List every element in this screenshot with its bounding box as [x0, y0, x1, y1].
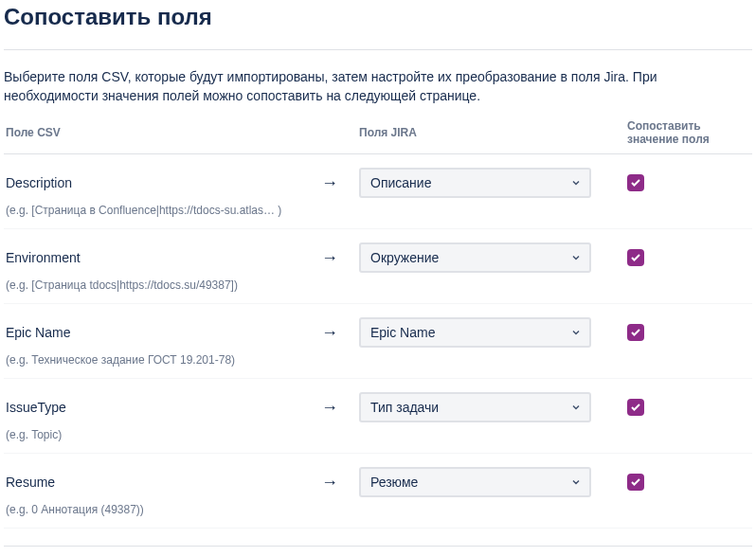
- chevron-down-icon: [570, 252, 582, 263]
- arrow-icon: →: [321, 399, 338, 416]
- divider: [4, 49, 752, 50]
- csv-field-example: (e.g. [Страница tdocs|https://tdocs.su/4…: [6, 278, 309, 292]
- header-map: Сопоставить значение поля: [591, 119, 752, 146]
- arrow-icon: →: [321, 474, 338, 491]
- arrow-icon: →: [321, 249, 338, 266]
- map-value-checkbox[interactable]: [627, 324, 644, 341]
- chevron-down-icon: [570, 402, 582, 413]
- jira-field-value: Описание: [370, 175, 431, 190]
- csv-field-name: IssueType: [6, 400, 321, 415]
- chevron-down-icon: [570, 177, 582, 188]
- map-value-checkbox[interactable]: [627, 474, 644, 491]
- table-row: Environment → Окружение (e.g. [Страница …: [4, 229, 752, 304]
- table-row: Epic Name → Epic Name (e.g. Техническое …: [4, 304, 752, 379]
- jira-field-value: Тип задачи: [370, 400, 439, 415]
- header-csv: Поле CSV: [4, 126, 321, 139]
- arrow-icon: →: [321, 324, 338, 341]
- csv-field-example: (e.g. Topic): [6, 428, 309, 441]
- page-title: Сопоставить поля: [4, 4, 752, 30]
- table-row: Resume → Резюме (e.g. 0 Аннотация (49387…: [4, 454, 752, 529]
- intro-text: Выберите поля CSV, которые будут импорти…: [4, 67, 752, 106]
- arrow-icon: →: [321, 174, 338, 191]
- jira-field-select[interactable]: Тип задачи: [359, 392, 591, 422]
- table-row: Description → Описание (e.g. [Страница в…: [4, 154, 752, 229]
- csv-field-name: Epic Name: [6, 325, 321, 340]
- chevron-down-icon: [570, 476, 582, 488]
- csv-field-name: Environment: [6, 250, 321, 265]
- jira-field-value: Окружение: [370, 250, 439, 265]
- jira-field-value: Epic Name: [370, 325, 435, 340]
- table-header: Поле CSV Поля JIRA Сопоставить значение …: [4, 119, 752, 154]
- jira-field-select[interactable]: Epic Name: [359, 317, 591, 348]
- csv-field-name: Resume: [6, 475, 321, 490]
- chevron-down-icon: [570, 327, 582, 338]
- csv-field-example: (e.g. 0 Аннотация (49387)): [6, 503, 309, 516]
- jira-field-select[interactable]: Резюме: [359, 467, 591, 497]
- map-value-checkbox[interactable]: [627, 174, 644, 191]
- csv-field-name: Description: [6, 175, 321, 190]
- map-value-checkbox[interactable]: [627, 399, 644, 416]
- divider: [4, 546, 752, 547]
- map-value-checkbox[interactable]: [627, 249, 644, 266]
- csv-field-example: (e.g. Техническое задание ГОСТ 19.201-78…: [6, 353, 309, 367]
- csv-field-example: (e.g. [Страница в Confluence|https://tdo…: [6, 204, 309, 217]
- jira-field-select[interactable]: Описание: [359, 168, 591, 198]
- header-jira: Поля JIRA: [350, 126, 591, 139]
- table-row: IssueType → Тип задачи (e.g. Topic): [4, 379, 752, 454]
- jira-field-select[interactable]: Окружение: [359, 242, 591, 273]
- jira-field-value: Резюме: [370, 475, 418, 490]
